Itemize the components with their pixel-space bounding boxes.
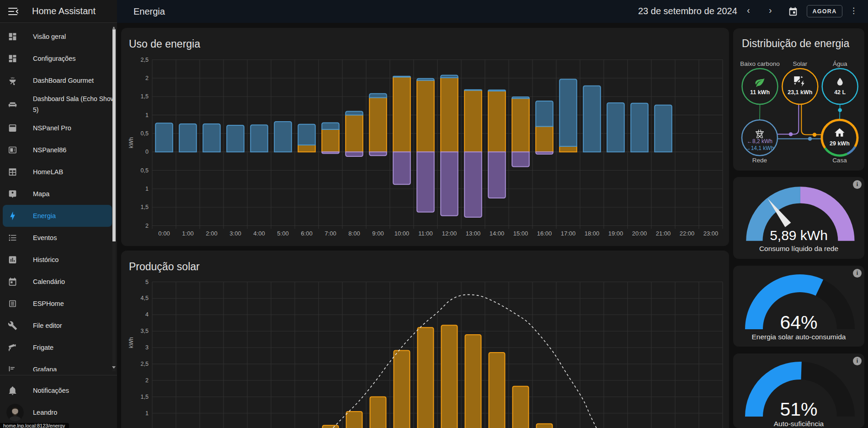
svg-text:9:00: 9:00 <box>372 230 383 237</box>
svg-text:5: 5 <box>145 279 149 285</box>
svg-text:14:00: 14:00 <box>490 230 505 237</box>
svg-text:4,5: 4,5 <box>141 295 149 301</box>
svg-text:15:00: 15:00 <box>513 230 528 237</box>
svg-text:10:00: 10:00 <box>394 230 410 237</box>
svg-text:20:00: 20:00 <box>632 230 647 237</box>
svg-text:5:00: 5:00 <box>277 230 288 237</box>
svg-text:3: 3 <box>145 344 149 351</box>
svg-text:kWh: kWh <box>128 337 134 348</box>
svg-text:3,5: 3,5 <box>141 328 149 334</box>
svg-text:0:00: 0:00 <box>158 230 170 237</box>
svg-text:2,5: 2,5 <box>141 361 149 367</box>
svg-text:21:00: 21:00 <box>656 230 671 237</box>
svg-text:1,5: 1,5 <box>141 204 149 210</box>
svg-text:2: 2 <box>145 223 149 229</box>
svg-text:13:00: 13:00 <box>466 230 481 237</box>
svg-text:7:00: 7:00 <box>325 230 336 237</box>
svg-text:0: 0 <box>145 149 149 155</box>
svg-text:1,5: 1,5 <box>141 394 149 400</box>
svg-text:1: 1 <box>145 186 149 192</box>
svg-text:12:00: 12:00 <box>442 230 457 237</box>
svg-text:2,5: 2,5 <box>141 57 149 63</box>
svg-text:4:00: 4:00 <box>253 230 265 237</box>
svg-text:0,5: 0,5 <box>141 130 149 137</box>
svg-text:1: 1 <box>145 112 149 118</box>
svg-text:kWh: kWh <box>128 137 134 148</box>
svg-text:22:00: 22:00 <box>680 230 695 237</box>
svg-text:2: 2 <box>145 75 149 81</box>
svg-text:18:00: 18:00 <box>585 230 600 237</box>
svg-text:2: 2 <box>145 377 149 384</box>
svg-text:3:00: 3:00 <box>229 230 241 237</box>
svg-text:16:00: 16:00 <box>537 230 552 237</box>
svg-text:2:00: 2:00 <box>206 230 217 237</box>
svg-text:11:00: 11:00 <box>418 230 433 237</box>
svg-text:1,5: 1,5 <box>141 93 149 100</box>
svg-text:1: 1 <box>145 410 149 417</box>
svg-text:6:00: 6:00 <box>301 230 312 237</box>
svg-text:1:00: 1:00 <box>182 230 193 237</box>
svg-text:8:00: 8:00 <box>348 230 360 237</box>
svg-text:4: 4 <box>145 311 149 318</box>
svg-text:23:00: 23:00 <box>703 230 719 237</box>
svg-text:0,5: 0,5 <box>141 167 149 174</box>
svg-text:19:00: 19:00 <box>608 230 623 237</box>
svg-text:17:00: 17:00 <box>561 230 576 237</box>
